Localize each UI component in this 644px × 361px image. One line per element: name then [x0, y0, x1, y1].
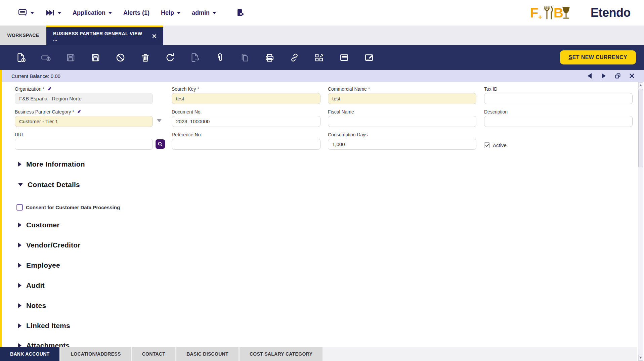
save-and-close-button[interactable]: [88, 50, 103, 65]
consent-checkbox-row[interactable]: Consent for Customer Data Processing: [16, 204, 120, 211]
tab-workspace[interactable]: WORKSPACE: [0, 26, 46, 45]
new-record-icon: [16, 52, 26, 63]
save-icon: [66, 52, 76, 63]
clone-button[interactable]: [237, 50, 252, 65]
attachment-button[interactable]: [212, 50, 227, 65]
logout-button[interactable]: [233, 6, 248, 19]
new-row-button[interactable]: [38, 50, 53, 65]
subtab-contact[interactable]: CONTACT: [132, 347, 176, 361]
tax-id-input[interactable]: [484, 93, 633, 104]
section-linked-items[interactable]: Linked Items: [2, 321, 70, 330]
svg-text:F: F: [530, 5, 538, 20]
section-more-information[interactable]: More Information: [2, 160, 85, 169]
section-notes[interactable]: Notes: [2, 301, 46, 310]
chevron-down-icon: [58, 12, 61, 14]
reference-no-input[interactable]: [172, 139, 320, 150]
menu-alerts-label: Alerts (1): [123, 9, 149, 16]
previous-record-button[interactable]: [586, 73, 593, 79]
chevron-down-icon: [213, 12, 216, 14]
grid-view-button[interactable]: [337, 50, 351, 65]
category-dropdown-icon[interactable]: [157, 119, 162, 122]
top-menubar: Application Alerts (1) Help admin: [0, 0, 644, 26]
section-customer[interactable]: Customer: [2, 221, 60, 229]
export-icon: [190, 52, 200, 63]
active-checkbox-row[interactable]: Active: [484, 142, 507, 148]
url-input[interactable]: [15, 139, 153, 150]
business-partner-category-input[interactable]: [15, 116, 153, 127]
configuration-button[interactable]: [312, 50, 327, 65]
quick-launch-button[interactable]: [42, 7, 65, 19]
record-statusbar: Current Balance: 0.00: [0, 70, 644, 82]
search-key-label: Search Key *: [172, 86, 199, 92]
field-search-key: Search Key *: [172, 86, 320, 104]
menu-application[interactable]: Application: [69, 7, 115, 18]
fiscal-name-input[interactable]: [328, 116, 476, 127]
menu-application-label: Application: [73, 9, 105, 16]
set-new-currency-label: SET NEW CURRENCY: [569, 54, 627, 60]
active-label: Active: [493, 142, 507, 148]
document-no-label: Document No.: [172, 109, 202, 115]
logout-icon: [236, 8, 245, 17]
form-view-button[interactable]: [361, 50, 376, 65]
field-reference-no: Reference No.: [172, 132, 320, 150]
subtab-location-address[interactable]: LOCATION/ADDRESS: [60, 347, 131, 361]
menu-user[interactable]: admin: [188, 7, 219, 18]
description-input[interactable]: [484, 116, 633, 127]
refresh-icon: [165, 52, 175, 63]
consumption-days-input[interactable]: [328, 139, 476, 150]
vertical-scrollbar[interactable]: [638, 82, 643, 361]
description-label: Description: [484, 109, 508, 115]
save-and-close-icon: [90, 52, 101, 63]
tab-business-partner-general-view[interactable]: BUSINESS PARTNER GENERAL VIEW ...: [46, 26, 163, 45]
fiscal-name-label: Fiscal Name: [328, 109, 354, 115]
commercial-name-input[interactable]: [328, 93, 476, 104]
refresh-button[interactable]: [163, 50, 177, 65]
menu-alerts[interactable]: Alerts (1): [120, 7, 153, 18]
scrollbar-thumb[interactable]: [638, 89, 643, 167]
delete-button[interactable]: [138, 50, 153, 65]
active-checkbox[interactable]: [484, 142, 490, 148]
section-vendor-creditor[interactable]: Vendor/Creditor: [2, 241, 81, 250]
chevron-down-icon: [109, 12, 112, 14]
workspace-menu-button[interactable]: [15, 6, 37, 19]
subtab-bar: BANK ACCOUNT LOCATION/ADDRESS CONTACT BA…: [0, 347, 637, 361]
export-button[interactable]: [187, 50, 202, 65]
chevron-right-icon: [18, 223, 22, 227]
section-audit[interactable]: Audit: [2, 281, 45, 290]
subtab-bank-account[interactable]: BANK ACCOUNT: [0, 347, 59, 361]
field-fiscal-name: Fiscal Name: [328, 109, 476, 127]
tab-close-icon[interactable]: [152, 34, 157, 38]
menu-help[interactable]: Help: [158, 7, 184, 18]
consent-checkbox[interactable]: [16, 204, 23, 211]
next-record-icon: [602, 73, 606, 79]
search-key-input[interactable]: [172, 93, 320, 104]
copy-link-button[interactable]: [287, 50, 302, 65]
current-balance-text: Current Balance: 0.00: [11, 73, 60, 79]
new-row-icon: [41, 52, 51, 63]
subtab-basic-discount[interactable]: BASIC DISCOUNT: [176, 347, 239, 361]
organization-input[interactable]: [15, 93, 153, 104]
print-icon: [264, 52, 275, 63]
section-employee[interactable]: Employee: [2, 261, 60, 270]
close-window-button[interactable]: [629, 73, 635, 79]
subtab-cost-salary-category[interactable]: COST SALARY CATEGORY: [240, 347, 323, 361]
scroll-down-button[interactable]: [638, 355, 643, 361]
attachment-icon: [215, 52, 225, 63]
undo-button[interactable]: [113, 50, 128, 65]
scroll-up-button[interactable]: [638, 82, 643, 88]
set-new-currency-button[interactable]: SET NEW CURRENCY: [560, 50, 636, 64]
new-record-button[interactable]: [13, 50, 28, 65]
chevron-right-icon: [18, 283, 22, 288]
url-search-button[interactable]: [156, 139, 165, 149]
tab-workspace-label: WORKSPACE: [7, 33, 39, 38]
field-document-no: Document No.: [172, 109, 320, 127]
save-button[interactable]: [63, 50, 78, 65]
configuration-icon: [314, 52, 325, 63]
section-contact-details[interactable]: Contact Details: [2, 180, 80, 189]
edit-pen-icon: [77, 109, 81, 114]
next-record-button[interactable]: [600, 73, 607, 79]
commercial-name-label: Commercial Name *: [328, 86, 370, 92]
document-no-input[interactable]: [172, 116, 320, 127]
print-button[interactable]: [262, 50, 277, 65]
maximize-button[interactable]: [614, 73, 621, 79]
